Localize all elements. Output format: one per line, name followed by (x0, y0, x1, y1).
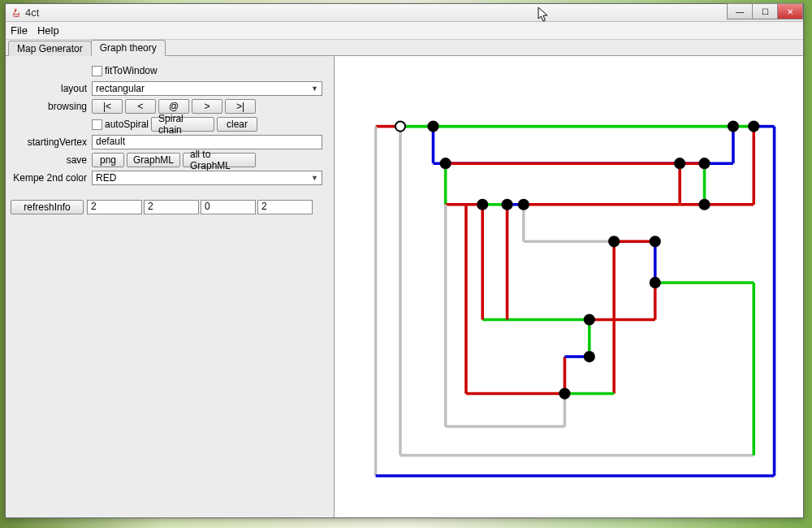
svg-point-50 (477, 200, 487, 210)
chevron-down-icon: ▼ (311, 84, 318, 93)
svg-point-59 (559, 389, 569, 399)
info-field-2[interactable]: 2 (144, 200, 199, 214)
nav-first-button[interactable]: |< (92, 99, 123, 114)
svg-point-51 (503, 200, 512, 210)
svg-point-43 (395, 122, 405, 132)
nav-last-button[interactable]: >| (225, 99, 256, 114)
menubar: File Help (6, 22, 803, 40)
layout-value: rectangular (96, 83, 145, 94)
app-window: 4ct — ☐ ✕ File Help Map Generator Graph … (5, 3, 804, 518)
maximize-button[interactable]: ☐ (752, 3, 778, 19)
svg-point-55 (650, 236, 660, 246)
tab-row: Map Generator Graph theory (6, 40, 803, 56)
kempe-value: RED (96, 172, 116, 184)
auto-spiral-label: autoSpiral (105, 119, 149, 130)
svg-point-56 (650, 278, 660, 288)
refresh-info-button[interactable]: refreshInfo (11, 200, 84, 214)
svg-point-52 (519, 200, 529, 210)
svg-point-57 (585, 314, 594, 324)
save-png-button[interactable]: png (92, 153, 124, 167)
graph-canvas[interactable] (334, 56, 803, 517)
auto-spiral-checkbox[interactable] (92, 119, 102, 130)
fit-to-window-checkbox[interactable] (92, 66, 102, 76)
svg-point-44 (428, 122, 438, 132)
kempe-select[interactable]: RED ▼ (92, 171, 322, 185)
svg-point-47 (441, 158, 451, 168)
info-field-4[interactable]: 2 (257, 200, 313, 214)
fit-to-window-label: fitToWindow (105, 65, 158, 76)
nav-next-button[interactable]: > (192, 99, 222, 114)
controls-panel: fitToWindow layout rectangular ▼ browsin… (6, 56, 334, 517)
layout-select[interactable]: rectangular ▼ (92, 81, 322, 96)
starting-vertex-value: default (96, 136, 125, 147)
layout-label: layout (11, 83, 92, 94)
minimize-button[interactable]: — (727, 3, 753, 19)
svg-point-49 (699, 158, 709, 168)
menu-help[interactable]: Help (37, 24, 59, 37)
info-field-1[interactable]: 2 (87, 200, 142, 214)
titlebar: 4ct — ☐ ✕ (6, 4, 803, 22)
starting-vertex-input[interactable]: default (92, 135, 322, 149)
nav-at-button[interactable]: @ (158, 99, 189, 114)
tab-map-generator[interactable]: Map Generator (8, 41, 92, 56)
save-all-graphml-button[interactable]: all to GraphML (183, 153, 256, 167)
svg-point-45 (728, 122, 738, 132)
browsing-label: browsing (11, 101, 92, 112)
svg-point-53 (699, 200, 709, 210)
info-field-3[interactable]: 0 (201, 200, 256, 214)
tab-graph-theory[interactable]: Graph theory (91, 40, 166, 56)
save-graphml-button[interactable]: GraphML (127, 153, 180, 167)
kempe-label: Kempe 2nd color (11, 172, 92, 184)
svg-point-46 (749, 122, 758, 132)
java-icon (11, 7, 22, 19)
svg-point-58 (585, 352, 594, 361)
nav-prev-button[interactable]: < (125, 99, 156, 114)
window-title: 4ct (25, 6, 39, 19)
starting-vertex-label: startingVertex (11, 136, 92, 148)
menu-file[interactable]: File (11, 24, 28, 37)
spiral-chain-button[interactable]: Spiral chain (151, 117, 214, 132)
close-button[interactable]: ✕ (777, 3, 803, 19)
save-label: save (11, 154, 92, 166)
svg-point-54 (609, 236, 619, 246)
chevron-down-icon: ▼ (311, 174, 318, 182)
svg-point-48 (675, 158, 685, 168)
clear-button[interactable]: clear (217, 117, 257, 132)
